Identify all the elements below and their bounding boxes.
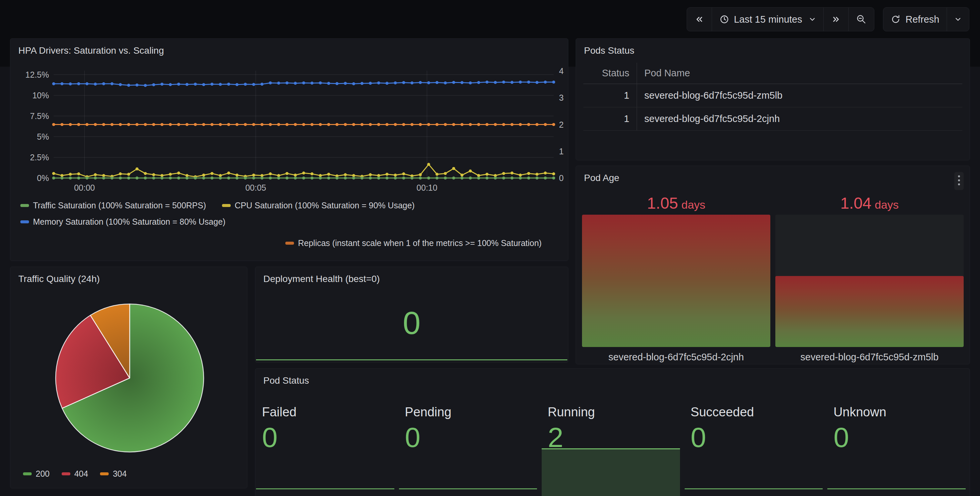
pod-age-gauges: 1.05dayssevered-blog-6d7fc5c95d-2cjnh1.0…	[582, 194, 964, 362]
legend-label: Traffic Saturation (100% Saturation = 50…	[33, 199, 206, 211]
panel-pods-status: Pods Status Status Pod Name 1severed-blo…	[576, 38, 970, 161]
chevrons-right-icon	[831, 14, 841, 24]
gauge-value-unit: days	[681, 198, 705, 211]
stat-value: 0	[833, 423, 970, 452]
panel-title[interactable]: Deployment Health (best=0)	[263, 273, 380, 285]
legend-label: CPU Saturation (100% Saturation = 90% Us…	[235, 199, 415, 211]
zoom-out-button[interactable]	[849, 8, 874, 31]
stat-sparkline	[256, 359, 567, 360]
stat-label: Running	[548, 405, 684, 419]
gauge-value: 1.04days	[775, 194, 964, 213]
pod-status-stats: Failed0Pending0Running2Succeeded0Unknown…	[255, 397, 970, 496]
table-row: 1severed-blog-6d7fc5c95d-2cjnh	[583, 107, 963, 131]
gauge-bar-region	[775, 215, 964, 347]
hpa-timeseries-chart: 12.5%10%7.5%5%2.5%0%4321000:0000:0500:10	[10, 62, 569, 199]
refresh-label: Refresh	[905, 14, 939, 25]
column-header-pod-name[interactable]: Pod Name	[637, 63, 963, 84]
pod-age-gauge: 1.04dayssevered-blog-6d7fc5c95d-zm5lb	[775, 194, 964, 362]
svg-text:3: 3	[559, 93, 564, 102]
legend-item-memory-saturation[interactable]: Memory Saturation (100% Saturation = 80%…	[20, 216, 225, 228]
panel-deployment-health: Deployment Health (best=0) 0	[255, 267, 568, 362]
stat-cell-failed: Failed0	[255, 397, 398, 496]
stat-cell-succeeded: Succeeded0	[684, 397, 827, 496]
legend-label: Replicas (instant scale when 1 of the me…	[298, 237, 542, 249]
svg-text:00:10: 00:10	[417, 183, 438, 192]
stat-value: 0	[402, 305, 420, 341]
panel-menu-button[interactable]	[955, 172, 964, 190]
stat-value: 2	[548, 423, 684, 452]
legend-item-304[interactable]: 304	[100, 469, 127, 479]
legend-swatch	[285, 242, 294, 245]
series-0	[52, 176, 555, 180]
panel-title[interactable]: Pod Status	[263, 375, 309, 386]
stat-sparkline	[685, 488, 823, 489]
chevron-down-icon	[809, 16, 816, 23]
stat-cell-running: Running2	[541, 397, 684, 496]
stat-sparkline	[827, 488, 966, 489]
time-shift-back-button[interactable]	[687, 8, 712, 31]
gauge-value-unit: days	[875, 198, 899, 211]
gauge-bar-fill	[775, 276, 964, 347]
gauge-pod-label: severed-blog-6d7fc5c95d-2cjnh	[582, 352, 770, 362]
refresh-group: Refresh	[883, 7, 969, 31]
legend-label: 404	[74, 469, 88, 479]
svg-text:0%: 0%	[37, 173, 49, 183]
time-shift-forward-button[interactable]	[824, 8, 848, 31]
zoom-out-icon	[856, 14, 867, 25]
table-cell-pod-name: severed-blog-6d7fc5c95d-zm5lb	[637, 84, 963, 107]
deployment-health-stat: 0	[255, 290, 568, 356]
svg-text:10%: 10%	[32, 91, 49, 100]
legend-item-cpu-saturation[interactable]: CPU Saturation (100% Saturation = 90% Us…	[222, 199, 415, 211]
column-header-status[interactable]: Status	[583, 68, 637, 79]
table-row: 1severed-blog-6d7fc5c95d-zm5lb	[583, 84, 963, 107]
refresh-icon	[891, 14, 900, 24]
svg-text:0: 0	[559, 173, 564, 183]
hpa-legend: Traffic Saturation (100% Saturation = 50…	[20, 199, 542, 253]
series-1	[52, 163, 555, 178]
legend-swatch	[222, 204, 231, 207]
legend-swatch	[62, 472, 70, 475]
svg-text:2.5%: 2.5%	[30, 153, 49, 162]
clock-icon	[719, 14, 729, 24]
legend-swatch	[20, 220, 29, 223]
legend-swatch	[20, 204, 29, 207]
gauge-value: 1.05days	[582, 194, 770, 213]
panel-hpa-drivers: HPA Drivers: Saturation vs. Scaling 12.5…	[10, 38, 568, 261]
svg-text:2: 2	[559, 120, 564, 129]
stat-cell-pending: Pending0	[398, 397, 541, 496]
svg-text:00:05: 00:05	[245, 183, 266, 192]
stat-cell-unknown: Unknown0	[827, 397, 970, 496]
traffic-pie-chart	[10, 287, 248, 474]
time-range-group: Last 15 minutes	[687, 7, 875, 31]
panel-pod-status: Pod Status Failed0Pending0Running2Succee…	[255, 368, 970, 496]
legend-item-replicas[interactable]: Replicas (instant scale when 1 of the me…	[285, 237, 542, 249]
svg-text:4: 4	[559, 66, 564, 76]
legend-swatch	[23, 472, 32, 475]
chevrons-left-icon	[694, 14, 704, 24]
panel-title[interactable]: Traffic Quality (24h)	[18, 273, 100, 285]
pod-age-gauge: 1.05dayssevered-blog-6d7fc5c95d-2cjnh	[582, 194, 770, 362]
time-range-label: Last 15 minutes	[734, 14, 802, 25]
svg-text:00:00: 00:00	[74, 183, 95, 192]
panel-title[interactable]: Pods Status	[584, 45, 634, 56]
refresh-button[interactable]: Refresh	[883, 8, 947, 31]
stat-label: Pending	[405, 405, 541, 419]
panel-title[interactable]: Pod Age	[584, 173, 619, 183]
gauge-bar-region	[582, 215, 770, 347]
legend-item-200[interactable]: 200	[23, 469, 50, 479]
svg-text:5%: 5%	[37, 132, 49, 141]
stat-sparkline	[399, 488, 537, 489]
time-range-picker[interactable]: Last 15 minutes	[712, 8, 824, 31]
refresh-interval-dropdown[interactable]	[947, 8, 969, 31]
stat-value: 0	[405, 423, 541, 452]
panel-title[interactable]: HPA Drivers: Saturation vs. Scaling	[18, 45, 164, 56]
legend-item-404[interactable]: 404	[62, 469, 88, 479]
stat-label: Succeeded	[690, 405, 827, 419]
svg-text:12.5%: 12.5%	[25, 70, 49, 79]
pie-legend: 200404304	[23, 469, 127, 479]
gauge-bar-fill	[582, 215, 770, 347]
gauge-pod-label: severed-blog-6d7fc5c95d-zm5lb	[775, 352, 964, 362]
svg-text:1: 1	[559, 147, 564, 156]
table-cell-status: 1	[583, 113, 637, 124]
legend-item-traffic-saturation[interactable]: Traffic Saturation (100% Saturation = 50…	[20, 199, 206, 211]
